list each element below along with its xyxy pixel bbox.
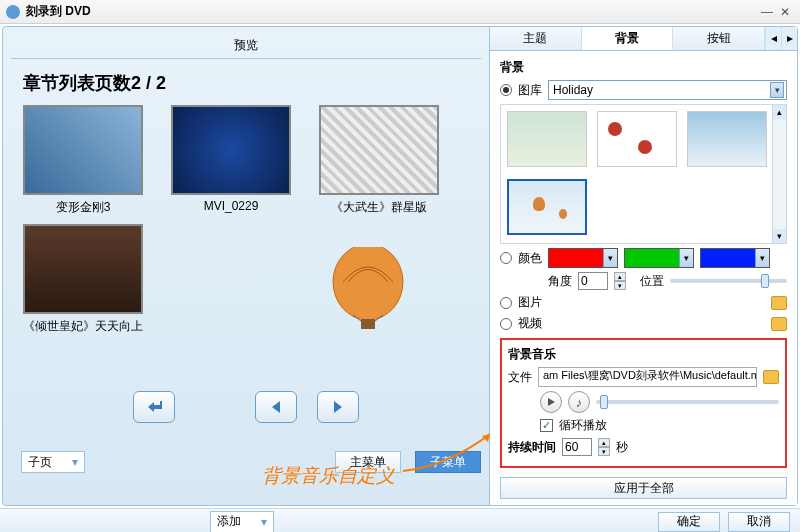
color-3[interactable]: ▾ xyxy=(700,248,770,268)
file-path-field[interactable]: am Files\狸窝\DVD刻录软件\Music\default.mp3 xyxy=(538,367,757,387)
color-2[interactable]: ▾ xyxy=(624,248,694,268)
bg-thumb[interactable] xyxy=(507,111,587,167)
radio-library[interactable] xyxy=(500,84,512,96)
app-icon xyxy=(6,5,20,19)
nav-buttons xyxy=(11,391,481,423)
angle-label: 角度 xyxy=(548,273,572,290)
radio-image-label: 图片 xyxy=(518,294,542,311)
tab-sub-menu[interactable]: 子菜单 xyxy=(415,451,481,473)
angle-spinner[interactable]: ▴▾ xyxy=(614,272,626,290)
window-title: 刻录到 DVD xyxy=(26,3,758,20)
minimize-icon[interactable]: — xyxy=(758,5,776,19)
thumb-label: 《倾世皇妃》天天向上 xyxy=(23,318,143,335)
nav-next-button[interactable] xyxy=(317,391,359,423)
nav-return-button[interactable] xyxy=(133,391,175,423)
bg-thumb-selected[interactable] xyxy=(507,179,587,235)
annotation-text: 背景音乐自定义 xyxy=(262,463,395,489)
add-dropdown[interactable]: 添加 ▾ xyxy=(210,511,274,533)
subpage-value: 子页 xyxy=(28,454,52,471)
bg-gallery: ▴▾ xyxy=(500,104,787,244)
radio-color-label: 颜色 xyxy=(518,250,542,267)
balloon-decoration xyxy=(323,247,413,357)
tab-background[interactable]: 背景 xyxy=(582,27,674,50)
pos-label: 位置 xyxy=(640,273,664,290)
music-section-title: 背景音乐 xyxy=(508,346,779,363)
angle-input[interactable] xyxy=(578,272,608,290)
preview-panel: 预览 章节列表页数2 / 2 变形金刚3 MVI_0229 《大武生》群星版 《… xyxy=(3,27,489,505)
bg-thumb[interactable] xyxy=(597,111,677,167)
tab-theme[interactable]: 主题 xyxy=(490,27,582,50)
titlebar: 刻录到 DVD — ✕ xyxy=(0,0,800,24)
preview-header: 预览 xyxy=(11,33,481,59)
color-1[interactable]: ▾ xyxy=(548,248,618,268)
radio-image[interactable] xyxy=(500,297,512,309)
ok-button[interactable]: 确定 xyxy=(658,512,720,532)
folder-icon[interactable] xyxy=(763,370,779,384)
footer: 添加 ▾ 确定 取消 xyxy=(0,508,800,532)
svg-rect-1 xyxy=(361,319,375,329)
position-slider[interactable] xyxy=(670,279,787,283)
gallery-scrollbar[interactable]: ▴▾ xyxy=(772,105,786,243)
music-position-slider[interactable] xyxy=(596,400,779,404)
thumb-label: 《大武生》群星版 xyxy=(319,199,439,216)
nav-prev-button[interactable] xyxy=(255,391,297,423)
note-button[interactable]: ♪ xyxy=(568,391,590,413)
chevron-down-icon: ▾ xyxy=(770,82,784,98)
right-panel: 主题 背景 按钮 ◂ ▸ 背景 图库 Holiday ▾ ▴▾ xyxy=(489,27,797,505)
thumb-item[interactable]: 《倾世皇妃》天天向上 xyxy=(23,224,143,335)
bg-section-title: 背景 xyxy=(500,59,787,76)
tab-button[interactable]: 按钮 xyxy=(673,27,765,50)
chevron-down-icon: ▾ xyxy=(72,455,78,469)
right-content: 背景 图库 Holiday ▾ ▴▾ 颜色 ▾ ▾ xyxy=(490,51,797,471)
thumb-item[interactable]: MVI_0229 xyxy=(171,105,291,216)
radio-color[interactable] xyxy=(500,252,512,264)
duration-unit: 秒 xyxy=(616,439,628,456)
bg-thumb[interactable] xyxy=(687,111,767,167)
loop-checkbox[interactable]: ✓ xyxy=(540,419,553,432)
library-value: Holiday xyxy=(553,83,593,97)
right-tabs: 主题 背景 按钮 ◂ ▸ xyxy=(490,27,797,51)
thumb-label: MVI_0229 xyxy=(171,199,291,213)
loop-label: 循环播放 xyxy=(559,417,607,434)
radio-video[interactable] xyxy=(500,318,512,330)
duration-spinner[interactable]: ▴▾ xyxy=(598,438,610,456)
folder-icon[interactable] xyxy=(771,296,787,310)
svg-point-0 xyxy=(333,247,403,320)
file-label: 文件 xyxy=(508,369,532,386)
tab-scroll-right-icon[interactable]: ▸ xyxy=(781,27,797,50)
library-select[interactable]: Holiday ▾ xyxy=(548,80,787,100)
thumb-label: 变形金刚3 xyxy=(23,199,143,216)
chapter-title: 章节列表页数2 / 2 xyxy=(23,71,481,95)
cancel-button[interactable]: 取消 xyxy=(728,512,790,532)
chevron-down-icon: ▾ xyxy=(261,515,267,529)
music-highlight-box: 背景音乐 文件 am Files\狸窝\DVD刻录软件\Music\defaul… xyxy=(500,338,787,468)
bottom-tabs: 子页 ▾ 主菜单 子菜单 xyxy=(11,451,481,473)
main-area: 预览 章节列表页数2 / 2 变形金刚3 MVI_0229 《大武生》群星版 《… xyxy=(2,26,798,506)
thumb-item[interactable]: 变形金刚3 xyxy=(23,105,143,216)
duration-input[interactable] xyxy=(562,438,592,456)
radio-video-label: 视频 xyxy=(518,315,542,332)
apply-all-button[interactable]: 应用于全部 xyxy=(500,477,787,499)
tab-scroll-left-icon[interactable]: ◂ xyxy=(765,27,781,50)
play-button[interactable] xyxy=(540,391,562,413)
subpage-dropdown[interactable]: 子页 ▾ xyxy=(21,451,85,473)
close-icon[interactable]: ✕ xyxy=(776,5,794,19)
radio-library-label: 图库 xyxy=(518,82,542,99)
thumb-item[interactable]: 《大武生》群星版 xyxy=(319,105,439,216)
folder-icon[interactable] xyxy=(771,317,787,331)
duration-label: 持续时间 xyxy=(508,439,556,456)
thumb-row-1: 变形金刚3 MVI_0229 《大武生》群星版 xyxy=(11,105,481,216)
